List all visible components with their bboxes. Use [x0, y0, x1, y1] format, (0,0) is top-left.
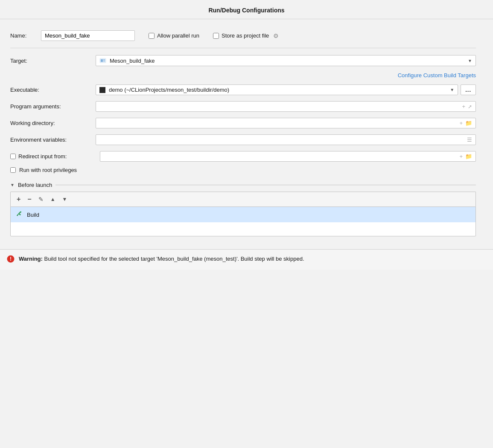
before-launch-move-down-button[interactable]: ▼ [61, 195, 69, 203]
edit-icon: ✎ [38, 196, 44, 203]
section-divider [10, 48, 476, 48]
working-directory-icons: + 📁 [459, 120, 472, 126]
allow-parallel-checkbox[interactable] [149, 33, 155, 39]
redirect-input-row: Redirect input from: + 📁 [10, 151, 476, 162]
minus-icon: − [27, 195, 31, 203]
env-variables-input[interactable] [99, 137, 467, 143]
before-launch-remove-button[interactable]: − [26, 195, 33, 204]
target-dropdown-left: Meson_build_fake [99, 57, 155, 64]
working-directory-folder-icon[interactable]: 📁 [465, 120, 472, 126]
target-field: Meson_build_fake ▼ [96, 55, 476, 66]
before-launch-header: ▼ Before launch [10, 182, 476, 188]
target-dropdown[interactable]: Meson_build_fake ▼ [96, 55, 476, 66]
working-directory-input-row: + 📁 [96, 118, 476, 128]
working-directory-label: Working directory: [10, 120, 96, 126]
root-privileges-label: Run with root privileges [19, 167, 77, 173]
build-item-label: Build [27, 212, 39, 218]
target-value: Meson_build_fake [110, 58, 155, 64]
working-directory-add-icon[interactable]: + [459, 120, 463, 126]
before-launch-line [55, 185, 476, 185]
allow-parallel-group: Allow parallel run [149, 32, 199, 39]
redirect-input-folder-icon[interactable]: 📁 [465, 153, 472, 160]
launch-toolbar: + − ✎ ▲ ▼ [10, 192, 476, 207]
target-row: Target: Meson_build_fake [10, 55, 476, 66]
warning-bold-text: Warning: [19, 256, 43, 262]
store-project-checkbox[interactable] [213, 33, 219, 39]
program-arguments-add-icon[interactable]: + [462, 103, 465, 110]
executable-field: demo (~/CLionProjects/meson_test/buildir… [96, 84, 476, 95]
svg-rect-3 [103, 61, 105, 61]
executable-dropdown-arrow: ▼ [450, 87, 454, 92]
executable-dropdown[interactable]: demo (~/CLionProjects/meson_test/buildir… [96, 84, 458, 95]
gear-icon[interactable]: ⚙ [273, 32, 279, 39]
executable-browse-button[interactable]: ... [461, 84, 476, 95]
redirect-input-label: Redirect input from: [18, 153, 67, 160]
redirect-input-add-icon[interactable]: + [459, 153, 463, 160]
program-arguments-label: Program arguments: [10, 103, 96, 110]
main-content: Name: Allow parallel run Store as projec… [0, 26, 493, 236]
env-variables-doc-icon[interactable]: ☰ [467, 137, 472, 143]
before-launch-title: Before launch [18, 182, 52, 188]
redirect-input-icons: + 📁 [459, 153, 472, 160]
dialog-title: Run/Debug Configurations [0, 0, 493, 19]
program-arguments-input[interactable] [99, 103, 462, 110]
build-icon [16, 210, 23, 219]
env-variables-field: ☰ [96, 134, 476, 145]
redirect-input-input[interactable] [104, 153, 459, 160]
target-label: Target: [10, 58, 96, 64]
executable-dropdown-left: demo (~/CLionProjects/meson_test/buildir… [99, 87, 229, 93]
root-privileges-row: Run with root privileges [10, 167, 476, 173]
executable-label: Executable: [10, 87, 96, 93]
root-privileges-checkbox[interactable] [10, 167, 16, 173]
move-down-icon: ▼ [62, 196, 67, 202]
before-launch-collapse-arrow[interactable]: ▼ [10, 183, 15, 187]
build-item[interactable]: Build [11, 207, 475, 222]
redirect-input-checkbox[interactable] [10, 154, 16, 159]
executable-value: demo (~/CLionProjects/meson_test/buildir… [109, 87, 229, 93]
env-variables-row: Environment variables: ☰ [10, 134, 476, 145]
target-icon [99, 57, 106, 64]
program-arguments-input-row: + ➚ [96, 101, 476, 112]
redirect-input-field: + 📁 [100, 151, 476, 162]
working-directory-input[interactable] [99, 120, 459, 126]
allow-parallel-label: Allow parallel run [157, 32, 199, 39]
program-arguments-field: + ➚ [96, 101, 476, 112]
env-variables-icons: ☰ [467, 137, 472, 143]
svg-rect-1 [101, 59, 103, 62]
env-variables-label: Environment variables: [10, 137, 96, 143]
before-launch-add-button[interactable]: + [15, 195, 22, 204]
before-launch-move-up-button[interactable]: ▲ [49, 195, 57, 203]
executable-wrapper: demo (~/CLionProjects/meson_test/buildir… [96, 84, 476, 95]
before-launch-edit-button[interactable]: ✎ [37, 195, 45, 204]
name-label: Name: [10, 32, 36, 39]
svg-rect-2 [103, 59, 105, 60]
executable-row: Executable: demo (~/CLionProjects/meson_… [10, 84, 476, 95]
build-list: Build [10, 207, 476, 236]
redirect-input-input-row: + 📁 [100, 151, 476, 162]
svg-text:!: ! [10, 256, 12, 262]
name-row: Name: Allow parallel run Store as projec… [10, 26, 476, 48]
store-project-group: Store as project file ⚙ [213, 32, 279, 39]
working-directory-field: + 📁 [96, 118, 476, 128]
program-arguments-expand-icon[interactable]: ➚ [468, 104, 472, 110]
executable-icon [99, 87, 105, 93]
move-up-icon: ▲ [50, 196, 55, 202]
name-input[interactable] [41, 30, 135, 41]
program-arguments-row: Program arguments: + ➚ [10, 101, 476, 112]
env-variables-input-row: ☰ [96, 134, 476, 145]
program-arguments-icons: + ➚ [462, 103, 472, 110]
add-icon: + [17, 195, 20, 203]
warning-icon: ! [7, 255, 15, 265]
before-launch-section: ▼ Before launch + − ✎ ▲ ▼ [10, 182, 476, 236]
configure-link[interactable]: Configure Custom Build Targets [10, 72, 476, 79]
working-directory-row: Working directory: + 📁 [10, 118, 476, 128]
target-dropdown-arrow: ▼ [468, 58, 472, 63]
run-debug-dialog: Run/Debug Configurations Name: Allow par… [0, 0, 493, 448]
warning-bar: ! Warning: Build tool not specified for … [0, 249, 493, 270]
top-divider [0, 19, 493, 19]
warning-text: Warning: Build tool not specified for th… [19, 255, 304, 263]
warning-detail-text: Build tool not specified for the selecte… [43, 256, 304, 262]
store-project-label: Store as project file [222, 32, 269, 39]
redirect-checkbox-group: Redirect input from: [10, 153, 96, 160]
